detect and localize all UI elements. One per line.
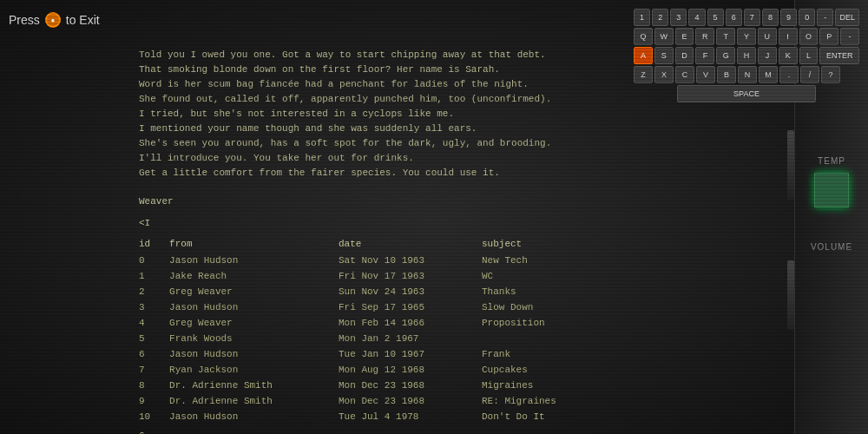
table-row[interactable]: 7 Ryan Jackson Mon Aug 12 1968 Cupcakes bbox=[139, 363, 608, 378]
key-x[interactable]: X bbox=[654, 66, 674, 83]
terminal-message: Told you I owed you one. Got a way to st… bbox=[139, 48, 608, 181]
key-q[interactable]: Q bbox=[634, 28, 653, 45]
cell-id: 0 bbox=[139, 253, 169, 269]
cell-subject: New Tech bbox=[482, 253, 608, 269]
key-8[interactable]: 8 bbox=[762, 9, 779, 26]
table-row[interactable]: 2 Greg Weaver Sun Nov 24 1963 Thanks bbox=[139, 285, 608, 300]
keyboard-row-1: 1 2 3 4 5 6 7 8 9 0 - DEL bbox=[634, 9, 859, 26]
key-2[interactable]: 2 bbox=[652, 9, 668, 26]
cell-id: 5 bbox=[139, 332, 169, 347]
volume-label: VOLUME bbox=[811, 242, 852, 252]
cell-date: Fri Sep 17 1965 bbox=[339, 300, 482, 316]
cell-id: 10 bbox=[139, 410, 169, 425]
key-del[interactable]: DEL bbox=[835, 9, 859, 26]
key-g[interactable]: G bbox=[716, 47, 735, 64]
key-u[interactable]: U bbox=[758, 28, 777, 45]
key-n[interactable]: N bbox=[738, 66, 757, 83]
cell-subject: Thanks bbox=[482, 285, 608, 300]
table-row[interactable]: 6 Jason Hudson Tue Jan 10 1967 Frank bbox=[139, 347, 608, 363]
cell-date: Mon Aug 12 1968 bbox=[339, 363, 482, 378]
key-t[interactable]: T bbox=[716, 28, 735, 45]
key-b[interactable]: B bbox=[717, 66, 736, 83]
col-date: date bbox=[339, 237, 482, 253]
table-row[interactable]: 1 Jake Reach Fri Nov 17 1963 WC bbox=[139, 269, 608, 285]
key-p2[interactable]: - bbox=[840, 28, 859, 45]
cursor-line[interactable]: 6_ bbox=[139, 429, 608, 434]
key-z[interactable]: Z bbox=[634, 66, 653, 83]
cell-date: Sat Nov 10 1963 bbox=[339, 253, 482, 269]
key-enter[interactable]: ENTER bbox=[819, 47, 859, 64]
key-slash[interactable]: / bbox=[800, 66, 819, 83]
key-period[interactable]: . bbox=[779, 66, 799, 83]
key-c[interactable]: C bbox=[675, 66, 694, 83]
key-k[interactable]: K bbox=[779, 47, 798, 64]
key-e[interactable]: E bbox=[675, 28, 694, 45]
table-row[interactable]: 8 Dr. Adrienne Smith Mon Dec 23 1968 Mig… bbox=[139, 378, 608, 394]
cell-from: Dr. Adrienne Smith bbox=[169, 378, 339, 394]
key-d[interactable]: D bbox=[675, 47, 694, 64]
cell-id: 4 bbox=[139, 316, 169, 332]
cell-subject: WC bbox=[482, 269, 608, 285]
key-space[interactable]: SPACE bbox=[677, 85, 816, 102]
cell-from: Jake Reach bbox=[169, 269, 339, 285]
cell-date: Fri Nov 17 1963 bbox=[339, 269, 482, 285]
key-a[interactable]: A bbox=[634, 47, 653, 64]
cell-from: Greg Weaver bbox=[169, 316, 339, 332]
table-row[interactable]: 0 Jason Hudson Sat Nov 10 1963 New Tech bbox=[139, 253, 608, 269]
key-r[interactable]: R bbox=[695, 28, 714, 45]
key-question[interactable]: ? bbox=[821, 66, 840, 83]
key-5[interactable]: 5 bbox=[707, 9, 724, 26]
cell-date: Tue Jan 10 1967 bbox=[339, 347, 482, 363]
key-0[interactable]: 0 bbox=[799, 9, 815, 26]
cell-subject: Frank bbox=[482, 347, 608, 363]
cell-from: Greg Weaver bbox=[169, 285, 339, 300]
key-3[interactable]: 3 bbox=[670, 9, 687, 26]
table-row[interactable]: 4 Greg Weaver Mon Feb 14 1966 Propositio… bbox=[139, 316, 608, 332]
key-6[interactable]: 6 bbox=[726, 9, 742, 26]
key-v[interactable]: V bbox=[696, 66, 715, 83]
col-from: from bbox=[169, 237, 339, 253]
cell-subject: Don't Do It bbox=[482, 410, 608, 425]
key-4[interactable]: 4 bbox=[688, 9, 705, 26]
temp-indicator bbox=[814, 173, 849, 207]
table-row[interactable]: 9 Dr. Adrienne Smith Mon Dec 23 1968 RE:… bbox=[139, 394, 608, 410]
cell-id: 8 bbox=[139, 378, 169, 394]
press-exit-button[interactable]: Press ● to Exit bbox=[9, 12, 100, 28]
col-id: id bbox=[139, 237, 169, 253]
cell-subject: Slow Down bbox=[482, 300, 608, 316]
cell-id: 7 bbox=[139, 363, 169, 378]
controller-button[interactable]: ● bbox=[45, 12, 61, 28]
virtual-keyboard[interactable]: 1 2 3 4 5 6 7 8 9 0 - DEL Q W E R T Y U … bbox=[634, 9, 859, 102]
keyboard-row-3: A S D F G H J K L ENTER bbox=[634, 47, 859, 64]
cell-id: 1 bbox=[139, 269, 169, 285]
key-y[interactable]: Y bbox=[737, 28, 756, 45]
key-h[interactable]: H bbox=[737, 47, 756, 64]
key-o[interactable]: O bbox=[799, 28, 819, 45]
table-row[interactable]: 10 Jason Hudson Tue Jul 4 1978 Don't Do … bbox=[139, 410, 608, 425]
key-s[interactable]: S bbox=[654, 47, 674, 64]
cell-subject: Proposition bbox=[482, 316, 608, 332]
key-w[interactable]: W bbox=[654, 28, 674, 45]
table-row[interactable]: 5 Frank Woods Mon Jan 2 1967 bbox=[139, 332, 608, 347]
key-m[interactable]: M bbox=[759, 66, 778, 83]
cell-date: Mon Dec 23 1968 bbox=[339, 378, 482, 394]
cell-subject bbox=[482, 332, 608, 347]
key-minus[interactable]: - bbox=[817, 9, 833, 26]
key-l[interactable]: L bbox=[799, 47, 819, 64]
terminal-screen: Told you I owed you one. Got a way to st… bbox=[139, 48, 608, 408]
cell-date: Mon Feb 14 1966 bbox=[339, 316, 482, 332]
exit-label-post: to Exit bbox=[66, 13, 100, 27]
key-p[interactable]: P bbox=[819, 28, 838, 45]
table-row[interactable]: 3 Jason Hudson Fri Sep 17 1965 Slow Down bbox=[139, 300, 608, 316]
key-f[interactable]: F bbox=[695, 47, 714, 64]
cell-id: 3 bbox=[139, 300, 169, 316]
cell-from: Frank Woods bbox=[169, 332, 339, 347]
cell-id: 9 bbox=[139, 394, 169, 410]
cell-date: Sun Nov 24 1963 bbox=[339, 285, 482, 300]
key-j[interactable]: J bbox=[758, 47, 777, 64]
key-i[interactable]: I bbox=[779, 28, 798, 45]
key-7[interactable]: 7 bbox=[744, 9, 760, 26]
key-1[interactable]: 1 bbox=[634, 9, 650, 26]
key-9[interactable]: 9 bbox=[780, 9, 797, 26]
compose-field[interactable]: <I bbox=[139, 216, 608, 231]
